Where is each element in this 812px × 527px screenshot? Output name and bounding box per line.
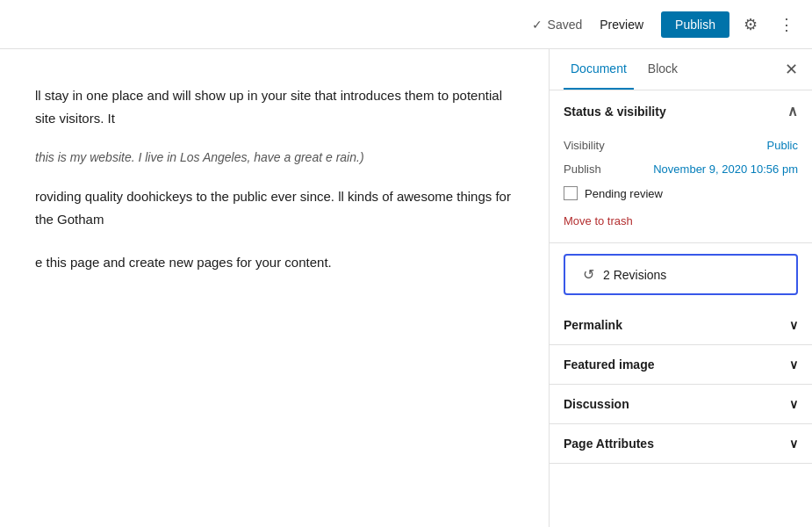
saved-status: ✓ Saved	[532, 18, 583, 32]
check-icon: ✓	[532, 18, 543, 32]
move-to-trash-link[interactable]: Move to trash	[564, 214, 633, 227]
content-paragraph-1: ll stay in one place and will show up in…	[35, 84, 514, 129]
close-icon: ✕	[785, 61, 798, 78]
visibility-value[interactable]: Public	[767, 139, 798, 152]
settings-button[interactable]: ⚙	[737, 10, 765, 40]
tab-block[interactable]: Block	[641, 49, 685, 90]
publish-button[interactable]: Publish	[661, 11, 729, 38]
section-status-title: Status & visibility	[564, 105, 666, 119]
saved-label: Saved	[548, 18, 583, 32]
section-permalink[interactable]: Permalink ∨	[550, 306, 812, 345]
toolbar: ✓ Saved Preview Publish ⚙ ⋮	[0, 0, 812, 49]
sidebar: Document Block ✕ Status & visibility ∧ V…	[549, 49, 812, 527]
sidebar-tabs: Document Block ✕	[550, 49, 812, 90]
revisions-label: 2 Revisions	[603, 268, 666, 282]
pending-review-row: Pending review	[564, 186, 798, 200]
chevron-down-icon-permalink: ∨	[789, 318, 798, 332]
close-sidebar-button[interactable]: ✕	[781, 56, 801, 83]
more-icon: ⋮	[779, 15, 794, 34]
visibility-label: Visibility	[564, 139, 605, 152]
section-page-attributes[interactable]: Page Attributes ∨	[550, 424, 812, 464]
publish-date[interactable]: November 9, 2020 10:56 pm	[653, 162, 798, 176]
section-discussion[interactable]: Discussion ∨	[550, 385, 812, 424]
featured-image-title: Featured image	[564, 357, 654, 372]
content-paragraph-2: this is my website. I live in Los Angele…	[35, 150, 514, 164]
editor-content: ll stay in one place and will show up in…	[0, 49, 549, 527]
content-paragraph-4: e this page and create new pages for you…	[35, 251, 514, 274]
chevron-down-icon-page-attrs: ∨	[789, 437, 798, 451]
revisions-button[interactable]: ↺ 2 Revisions	[564, 254, 798, 295]
chevron-down-icon-discussion: ∨	[789, 397, 798, 411]
chevron-down-icon-featured: ∨	[789, 357, 798, 372]
publish-label: Publish	[564, 162, 601, 176]
permalink-title: Permalink	[564, 318, 622, 332]
visibility-row: Visibility Public	[564, 139, 798, 152]
content-paragraph-3: roviding quality doohickeys to the publi…	[35, 185, 514, 230]
discussion-title: Discussion	[564, 397, 629, 411]
revisions-icon: ↺	[583, 266, 594, 283]
pending-review-label: Pending review	[585, 187, 663, 200]
section-status-content: Visibility Public Publish November 9, 20…	[550, 132, 812, 242]
section-status-header[interactable]: Status & visibility ∧	[550, 90, 812, 132]
page-attributes-title: Page Attributes	[564, 437, 654, 451]
section-featured-image[interactable]: Featured image ∨	[550, 345, 812, 385]
preview-button[interactable]: Preview	[589, 12, 654, 37]
pending-review-checkbox[interactable]	[564, 186, 578, 200]
tab-document[interactable]: Document	[564, 49, 634, 90]
section-status-visibility: Status & visibility ∧ Visibility Public …	[550, 90, 812, 243]
more-options-button[interactable]: ⋮	[772, 10, 801, 40]
gear-icon: ⚙	[744, 15, 758, 34]
publish-row: Publish November 9, 2020 10:56 pm	[564, 162, 798, 176]
chevron-up-icon: ∧	[787, 103, 798, 119]
